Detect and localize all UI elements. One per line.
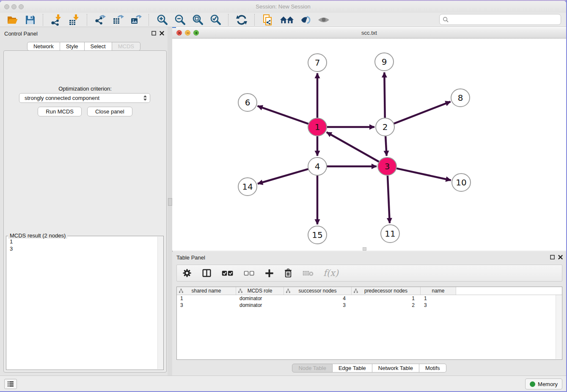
screen-edge-top (0, 0, 567, 1)
edge-3-1[interactable] (327, 132, 379, 162)
result-scrollbar[interactable] (157, 237, 163, 369)
table-cell[interactable]: dominator (236, 295, 284, 302)
toolbar-separator (87, 14, 88, 26)
table-cell[interactable]: 4 (284, 295, 352, 302)
table-row[interactable]: 1dominator411 (177, 295, 562, 302)
float-table-panel-icon[interactable] (550, 255, 555, 259)
close-panel-button[interactable]: Close panel (87, 107, 132, 116)
table-cell[interactable]: 3 (177, 302, 236, 309)
float-panel-icon[interactable] (151, 31, 156, 36)
table-cell[interactable]: 1 (177, 295, 236, 302)
node-2[interactable]: 2 (376, 118, 394, 136)
node-7[interactable]: 7 (308, 54, 327, 72)
delete-table-icon (302, 269, 314, 277)
import-table-icon[interactable] (67, 14, 81, 26)
network-canvas[interactable]: 7968124314101511 (172, 39, 566, 250)
close-panel-icon[interactable] (160, 31, 164, 36)
column-header-successor-nodes[interactable]: successor nodes (284, 287, 352, 295)
table-cell[interactable]: 1 (352, 295, 421, 302)
toolbar-separator (43, 14, 44, 26)
tab-edge-table[interactable]: Edge Table (333, 364, 372, 373)
application-window: Session: New Session (0, 1, 566, 391)
node-10[interactable]: 10 (452, 174, 471, 191)
zoom-fit-icon[interactable] (191, 14, 204, 26)
table-cell[interactable]: 1 (421, 295, 456, 302)
run-mcds-button[interactable]: Run MCDS (38, 107, 82, 116)
column-header-mcds-role[interactable]: MCDS role (236, 287, 284, 295)
tab-motifs[interactable]: Motifs (419, 364, 446, 373)
edge-2-8[interactable] (394, 102, 451, 124)
add-column-icon[interactable] (264, 268, 274, 278)
home-icon[interactable] (279, 14, 295, 26)
hide-graphics-details-icon[interactable] (299, 14, 313, 26)
table-cell[interactable]: 3 (421, 302, 456, 309)
tab-select[interactable]: Select (85, 42, 112, 51)
export-table-icon[interactable] (111, 14, 125, 26)
column-header-predecessor-nodes[interactable]: predecessor nodes (352, 287, 421, 295)
node-1[interactable]: 1 (308, 118, 327, 136)
deselect-all-icon[interactable] (243, 269, 255, 277)
node-9[interactable]: 9 (375, 53, 394, 71)
svg-text:9: 9 (382, 57, 387, 67)
eye-icon[interactable] (317, 14, 330, 26)
node-3[interactable]: 3 (378, 157, 396, 175)
split-columns-icon[interactable] (201, 268, 212, 278)
open-session-icon[interactable] (6, 14, 19, 26)
table-toolbar: f(x) (176, 265, 562, 282)
network-graph[interactable]: 7968124314101511 (172, 39, 566, 250)
splitter-grip[interactable] (168, 198, 172, 206)
node-11[interactable]: 11 (381, 225, 399, 243)
column-header-shared-name[interactable]: shared name (177, 287, 236, 295)
tab-network[interactable]: Network (27, 42, 60, 51)
select-all-icon[interactable] (221, 268, 234, 278)
edge-2-3[interactable] (385, 136, 386, 156)
column-header-name[interactable]: name (421, 287, 456, 295)
tab-mcds[interactable]: MCDS (112, 42, 140, 51)
mcds-result-text[interactable]: 1 3 (6, 236, 163, 254)
refresh-layout-icon[interactable] (235, 14, 248, 26)
status-bar: Memory (0, 375, 566, 391)
save-session-icon[interactable] (23, 14, 37, 26)
node-6[interactable]: 6 (238, 94, 257, 111)
zoom-in-icon[interactable] (155, 14, 169, 26)
search-box[interactable] (439, 14, 561, 25)
edge-1-6[interactable] (258, 106, 309, 124)
table-scrollbar[interactable] (556, 295, 561, 359)
node-4[interactable]: 4 (308, 157, 327, 175)
edge-3-11[interactable] (388, 176, 390, 223)
node-15[interactable]: 15 (308, 226, 327, 244)
memory-label: Memory (538, 381, 558, 387)
task-history-button[interactable] (4, 379, 17, 389)
tab-node-table[interactable]: Node Table (292, 364, 333, 373)
network-window-title: scc.txt (172, 30, 566, 36)
table-row[interactable]: 3dominator323 (177, 302, 562, 309)
edge-2-9[interactable] (384, 72, 385, 118)
zoom-out-icon[interactable] (173, 14, 187, 26)
toolbar-separator (149, 14, 149, 26)
edge-3-10[interactable] (396, 168, 451, 180)
export-network-icon[interactable] (94, 14, 107, 26)
duplicate-network-icon[interactable] (261, 14, 275, 26)
network-window-titlebar[interactable]: scc.txt (172, 28, 566, 39)
node-8[interactable]: 8 (451, 89, 470, 107)
import-network-icon[interactable] (50, 14, 63, 26)
table-cell[interactable]: dominator (236, 302, 284, 309)
control-panel-title: Control Panel (4, 30, 38, 37)
table-cell[interactable]: 2 (352, 302, 421, 309)
delete-column-icon[interactable] (284, 268, 293, 278)
criterion-select[interactable]: strongly connected component (19, 93, 150, 103)
zoom-selected-icon[interactable] (209, 14, 222, 26)
network-resize-grip[interactable] (363, 247, 366, 251)
close-table-panel-icon[interactable] (558, 255, 563, 259)
search-icon (443, 17, 449, 23)
node-14[interactable]: 14 (238, 178, 257, 196)
tab-network-table[interactable]: Network Table (372, 364, 419, 373)
edge-4-14[interactable] (258, 169, 308, 184)
memory-button[interactable]: Memory (525, 378, 562, 389)
tab-style[interactable]: Style (60, 42, 85, 51)
search-input[interactable] (449, 16, 556, 23)
svg-text:15: 15 (312, 230, 322, 240)
export-image-icon[interactable] (129, 14, 143, 26)
table-cell[interactable]: 3 (284, 302, 352, 309)
gear-icon[interactable] (182, 268, 192, 278)
